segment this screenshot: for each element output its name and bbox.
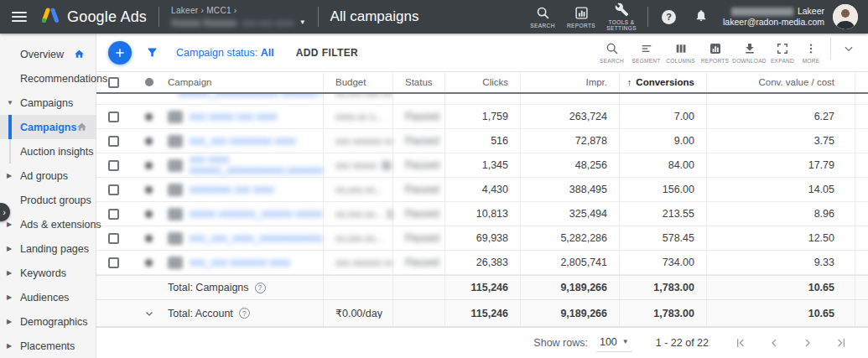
sidebar-item-keywords[interactable]: ▶ Keywords: [0, 261, 96, 285]
campaign-name-link[interactable]: xxx xxxxxxxxxx_xxxxxxxxxxx.xxxxxxxxx.xxx: [190, 154, 323, 176]
download-button[interactable]: DOWNLOAD: [732, 42, 767, 64]
tools-settings-button[interactable]: TOOLS & SETTINGS: [600, 3, 642, 31]
segment-button[interactable]: SEGMENT: [629, 42, 663, 64]
user-info[interactable]: Lakeer lakeer@radon-media.com: [723, 6, 824, 28]
campaign-status-filter[interactable]: Campaign status: All: [176, 47, 274, 59]
last-page-button[interactable]: [834, 336, 848, 350]
columns-icon: [674, 42, 688, 55]
sidebar-item-ads-extensions[interactable]: ▶ Ads & extensions: [0, 212, 96, 236]
campaign-name-link[interactable]: xxx_xxx_xxxx_xxxxxxxxxxxx_xx: [190, 233, 323, 244]
col-header-impr[interactable]: Impr.: [520, 72, 619, 92]
sidebar-item-overview[interactable]: Overview: [0, 42, 96, 66]
sidebar-item-ad-groups[interactable]: ▶ Ad groups: [0, 163, 96, 188]
notifications-bell-icon[interactable]: [694, 8, 708, 26]
home-icon-gray: [76, 122, 87, 132]
help-icon[interactable]: ?: [662, 10, 676, 24]
campaign-type-icon: [168, 111, 183, 123]
collapse-panel-chevron-icon[interactable]: [843, 43, 855, 54]
col-header-clicks[interactable]: Clicks: [444, 72, 520, 92]
chevron-down-icon[interactable]: [144, 309, 154, 319]
avatar[interactable]: [833, 4, 858, 29]
campaign-name-link[interactable]: xxxxxxxx xxx xxxx: [190, 184, 274, 195]
page-title: All campaigns: [330, 8, 419, 25]
status-redacted: Paused: [393, 111, 439, 122]
row-checkbox[interactable]: [108, 112, 119, 122]
budget-redacted[interactable]: xxxx.xx x...: [324, 112, 382, 122]
sidebar-item-audiences[interactable]: ▶ Audiences: [0, 285, 96, 309]
caret-right-icon: ▶: [7, 318, 12, 325]
status-dot-icon: [145, 186, 153, 194]
campaign-name-link[interactable]: xxx_xxx xxxxxxx xxxx: [190, 257, 290, 268]
menu-icon[interactable]: [12, 12, 27, 22]
account-caret-icon[interactable]: ▼: [299, 18, 306, 28]
sidebar-item-landing-pages[interactable]: ▶ Landing pages: [0, 236, 96, 261]
table-search-button[interactable]: SEARCH: [595, 42, 629, 64]
campaign-name-link[interactable]: xxx_xxx xxxxxxxx xxxx: [190, 136, 295, 147]
impressions-value: 388,495: [520, 178, 619, 201]
col-header-status[interactable]: Status: [392, 72, 444, 92]
sidebar-item-campaigns[interactable]: Campaigns: [0, 115, 96, 139]
budget-redacted[interactable]: xxx xxxxxx xx,xx,xxx.xx/xxx: [324, 136, 392, 146]
col-header-conversions[interactable]: ↑ Conversions: [619, 72, 706, 92]
row-checkbox[interactable]: [108, 136, 119, 147]
edit-budget-icon[interactable]: [382, 161, 391, 170]
new-campaign-button[interactable]: [108, 41, 132, 65]
filter-icon[interactable]: [146, 46, 159, 59]
row-checkbox[interactable]: [108, 209, 119, 220]
caret-right-icon: ▶: [7, 172, 12, 179]
row-checkbox[interactable]: [108, 184, 119, 195]
budget-redacted[interactable]: xx,xxx.xx...: [324, 209, 392, 219]
expand-button[interactable]: EXPAND: [767, 42, 798, 64]
search-icon: [536, 6, 550, 20]
table-row: xxx xxxxx xxx xxxx xxxx.xx x... Paused 1…: [96, 105, 868, 129]
sidebar-item-recommendations[interactable]: Recommendations: [0, 66, 96, 91]
table-reports-button[interactable]: REPORTS: [698, 42, 732, 64]
sidebar-item-demographics[interactable]: ▶ Demographics: [0, 309, 96, 334]
impressions-value: 5,282,286: [520, 226, 619, 250]
campaign-name-link[interactable]: xxxxx xxxxxxx_xxxxxx xxxxxx: [190, 209, 323, 220]
total-impressions: 9,189,266: [520, 276, 619, 299]
col-header-conv-value[interactable]: Conv. value / cost: [706, 72, 855, 92]
conversions-value: 213.55: [619, 202, 706, 226]
row-checkbox[interactable]: [108, 160, 119, 171]
account-budget: ₹0.00/day: [324, 309, 382, 319]
add-filter-button[interactable]: ADD FILTER: [296, 47, 358, 59]
sidebar-item-product-groups[interactable]: Product groups: [0, 188, 96, 212]
conversions-value: 84.00: [619, 153, 706, 177]
reports-button[interactable]: REPORTS: [562, 6, 600, 29]
budget-redacted[interactable]: xx,xxx.xx...: [324, 233, 382, 243]
clicks-value: 1,759: [444, 105, 520, 128]
more-vert-icon: [804, 42, 818, 55]
previous-page-button[interactable]: [767, 336, 781, 350]
conversions-value: 7.00: [619, 105, 706, 128]
help-circle-icon[interactable]: ?: [255, 283, 266, 293]
budget-redacted[interactable]: xx,xxx.xx...: [324, 184, 382, 195]
account-breadcrumb[interactable]: Lakeer › MCC1 › Xxxxxx Xxxxxxx xxx-xxx-x…: [171, 6, 305, 28]
col-header-campaign[interactable]: Campaign: [168, 72, 323, 92]
edit-budget-icon[interactable]: [387, 210, 392, 219]
budget-redacted[interactable]: xxx xxxxxxx,xxx.xx: [324, 160, 392, 170]
search-button[interactable]: SEARCH: [523, 6, 562, 29]
first-page-button[interactable]: [734, 336, 747, 350]
help-circle-icon[interactable]: ?: [239, 308, 250, 319]
campaign-name-link[interactable]: xxx xxxxx xxx xxxx: [190, 112, 277, 122]
caret-right-icon: ▶: [7, 293, 12, 301]
campaign-name-link[interactable]: xxxxxx_xxxxxxxxxxxx xxxxxxx xxxxxxxxx xx…: [178, 94, 323, 99]
pagination-range: 1 - 22 of 22: [656, 337, 709, 349]
select-all-checkbox[interactable]: [108, 77, 119, 88]
col-header-budget[interactable]: Budget: [323, 72, 392, 92]
row-checkbox[interactable]: [108, 233, 119, 244]
campaigns-toolbar: Campaign status: All ADD FILTER SEARCH S…: [96, 34, 868, 71]
row-checkbox[interactable]: [108, 257, 119, 268]
rows-per-page-select[interactable]: 100 ▼: [596, 335, 632, 352]
next-page-button[interactable]: [801, 336, 814, 350]
brand-logo[interactable]: Google Ads: [40, 7, 147, 28]
conversions-value: 578.45: [619, 226, 706, 250]
sidebar-item-campaigns-parent[interactable]: ▼ Campaigns: [0, 91, 96, 115]
more-button[interactable]: MORE: [798, 42, 824, 64]
conv-value-cost: 3.75: [706, 129, 855, 153]
sidebar-item-auction-insights[interactable]: Auction insights: [0, 139, 96, 163]
budget-redacted[interactable]: xxx xxxxxx xx,xx,xxx.xx/xxx: [324, 257, 392, 267]
sidebar-item-placements[interactable]: ▶ Placements: [0, 334, 96, 358]
columns-button[interactable]: COLUMNS: [663, 42, 698, 64]
